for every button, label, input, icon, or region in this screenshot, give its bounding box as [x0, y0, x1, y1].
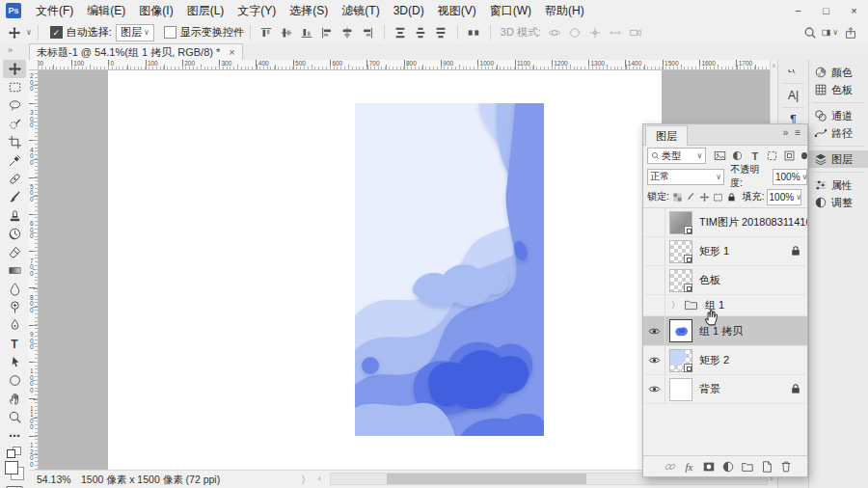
menu-item[interactable]: 图层(L)	[180, 0, 231, 21]
visibility-toggle[interactable]	[643, 316, 665, 345]
smartobject-filter-icon[interactable]	[782, 149, 797, 163]
maximize-button[interactable]: □	[812, 0, 840, 20]
align-left-icon[interactable]	[319, 24, 336, 41]
dodge-tool[interactable]	[3, 298, 26, 316]
panel-tab-通道[interactable]: 通道	[809, 107, 868, 124]
document-tab[interactable]: 未标题-1 @ 54.1%(组 1 拷贝, RGB/8) * ×	[29, 43, 243, 60]
edit-toolbar-tool[interactable]: ⋯	[3, 426, 26, 445]
character-panel-icon[interactable]: A|	[778, 86, 808, 105]
panel-tab-颜色[interactable]: 颜色	[809, 64, 868, 81]
eye-empty-icon[interactable]	[648, 245, 661, 258]
menu-item[interactable]: 帮助(H)	[538, 0, 591, 21]
filter-toggle-icon[interactable]	[801, 152, 807, 159]
tab-close-icon[interactable]: ×	[229, 46, 234, 58]
menu-item[interactable]: 文件(F)	[29, 0, 80, 21]
crop-tool[interactable]	[3, 133, 26, 151]
panel-collapse-menu-icons[interactable]: » ≡	[783, 127, 802, 138]
share-icon[interactable]	[842, 24, 858, 41]
menu-item[interactable]: 滤镜(T)	[335, 0, 386, 21]
visibility-toggle[interactable]	[643, 208, 665, 236]
eye-icon[interactable]	[648, 383, 661, 395]
panel-tab-调整[interactable]: 调整	[809, 194, 868, 211]
pen-tool[interactable]	[3, 316, 26, 335]
lock-transparent-icon[interactable]	[671, 190, 685, 203]
layer-style-icon[interactable]: fx	[681, 459, 697, 474]
lock-all-icon[interactable]	[725, 190, 739, 203]
layer-mask-icon[interactable]	[700, 459, 717, 474]
menu-item[interactable]: 文字(Y)	[231, 0, 283, 21]
distribute-vcenter-icon[interactable]	[413, 24, 429, 41]
toolbar-collapse-icon[interactable]: »	[8, 45, 13, 55]
fill-field[interactable]: 100%∨	[767, 189, 801, 205]
align-vcenter-icon[interactable]	[279, 24, 295, 41]
panel-tab-路径[interactable]: 路径	[809, 124, 868, 142]
show-transform-checkbox[interactable]	[164, 26, 176, 39]
align-right-icon[interactable]	[360, 24, 376, 41]
move-tool-icon[interactable]	[6, 24, 22, 41]
align-hcenter-icon[interactable]	[339, 24, 356, 41]
lock-artboard-icon[interactable]	[712, 190, 725, 203]
minimize-button[interactable]: −	[784, 0, 812, 20]
distribute-bottom-icon[interactable]	[433, 24, 449, 41]
blur-tool[interactable]	[3, 280, 26, 298]
layer-row[interactable]: 背景	[643, 375, 807, 404]
ellipse-shape-tool[interactable]	[3, 371, 26, 390]
history-panel-icon[interactable]: circle cx="8" cy="8" r="5.5" fill="none"…	[778, 62, 808, 81]
menu-item[interactable]: 选择(S)	[283, 0, 335, 21]
new-layer-icon[interactable]	[758, 459, 774, 474]
zoom-tool[interactable]	[3, 408, 26, 426]
menu-item[interactable]: 窗口(W)	[483, 0, 538, 21]
new-group-icon[interactable]	[739, 459, 755, 474]
align-bottom-icon[interactable]	[299, 24, 315, 41]
brush-tool[interactable]	[3, 188, 26, 206]
visibility-toggle[interactable]	[643, 375, 665, 403]
blend-mode-dropdown[interactable]: 正常∨	[647, 169, 724, 185]
document-canvas[interactable]	[108, 70, 662, 470]
layer-row[interactable]: 色板	[643, 266, 807, 295]
layer-row[interactable]: 〉组 1	[643, 295, 807, 316]
adjustment-layer-icon[interactable]	[719, 459, 736, 474]
panel-tab-图层[interactable]: 图层	[809, 150, 868, 168]
visibility-toggle[interactable]	[643, 295, 665, 315]
layer-row[interactable]: 组 1 拷贝	[643, 316, 807, 346]
auto-select-checkbox[interactable]: ✓	[50, 26, 63, 39]
distribute-spacing-icon[interactable]	[466, 24, 482, 41]
type-tool[interactable]: T	[3, 335, 26, 353]
menu-item[interactable]: 视图(V)	[431, 0, 483, 21]
horizontal-scrollbar-thumb[interactable]	[387, 474, 586, 484]
search-icon[interactable]	[801, 24, 818, 41]
auto-select-dropdown[interactable]: 图层∨	[116, 24, 154, 41]
layer-filter-type-dropdown[interactable]: 类型 ∨	[647, 148, 706, 164]
visibility-toggle[interactable]	[643, 266, 665, 294]
close-button[interactable]: ×	[840, 0, 868, 20]
align-top-icon[interactable]	[258, 24, 275, 41]
spot-healing-tool[interactable]	[3, 170, 26, 188]
history-brush-tool[interactable]	[3, 225, 26, 243]
scroll-up-icon[interactable]: ∧	[771, 62, 777, 68]
foreground-background-swatches[interactable]	[5, 461, 24, 480]
lock-paint-icon[interactable]	[685, 190, 698, 203]
move-tool[interactable]	[3, 60, 26, 78]
clone-stamp-tool[interactable]	[3, 206, 26, 225]
shape-filter-icon[interactable]	[765, 149, 779, 163]
menu-item[interactable]: 3D(D)	[387, 0, 431, 21]
hand-tool[interactable]	[3, 390, 26, 408]
visibility-toggle[interactable]	[643, 237, 665, 265]
layer-row[interactable]: 矩形 1	[643, 237, 807, 266]
horizontal-ruler[interactable]: 0010001002003004005006007008009001000110…	[39, 60, 770, 70]
link-layers-icon[interactable]	[662, 459, 678, 474]
adjustment-filter-icon[interactable]	[730, 149, 745, 163]
path-selection-tool[interactable]	[3, 353, 26, 371]
visibility-toggle[interactable]	[643, 346, 665, 374]
eye-empty-icon[interactable]	[648, 274, 661, 286]
group-expander-icon[interactable]: 〉	[671, 299, 680, 312]
gradient-tool[interactable]	[3, 261, 26, 280]
opacity-field[interactable]: 100%∨	[773, 169, 807, 185]
eye-empty-icon[interactable]	[648, 216, 661, 229]
pixel-filter-icon[interactable]	[713, 149, 727, 163]
distribute-top-icon[interactable]	[393, 24, 409, 41]
zoom-level[interactable]: 54.13%	[37, 474, 71, 485]
rectangular-marquee-tool[interactable]	[3, 78, 26, 96]
panel-tab-色板[interactable]: 色板	[809, 81, 868, 98]
lock-move-icon[interactable]	[698, 190, 712, 203]
